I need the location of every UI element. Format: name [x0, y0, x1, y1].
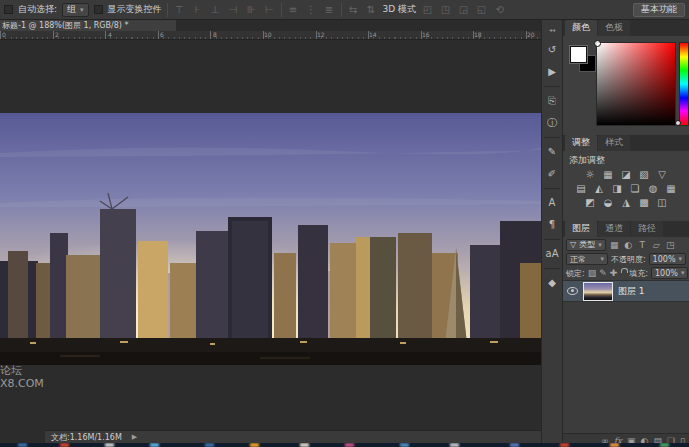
lock-image-pixels-icon[interactable]: ✎	[599, 268, 607, 278]
document-size-status: 文档:1.16M/1.16M	[51, 432, 122, 443]
color-balance-icon[interactable]: ◭	[592, 183, 606, 195]
foreground-color-swatch[interactable]	[570, 46, 587, 63]
invert-icon[interactable]: ◩	[583, 197, 597, 209]
paragraph-icon[interactable]: ¶	[544, 217, 560, 233]
document-image[interactable]	[0, 113, 541, 365]
distribute-vcenter-icon[interactable]: ⋮	[305, 4, 318, 15]
hue-slider-marker[interactable]	[675, 120, 681, 126]
adjustment-row: ☼ ▦ ◪ ▧ ▽	[569, 169, 683, 181]
3d-drag-icon[interactable]: ◲	[457, 4, 470, 15]
history-icon[interactable]: ↺	[544, 42, 560, 58]
clone-source-icon[interactable]: ⎘	[544, 93, 560, 109]
info-icon[interactable]: ⓘ	[544, 115, 560, 131]
layer-filter-dropdown[interactable]: ▽ 类型 ▾	[566, 239, 606, 251]
auto-select-checkbox[interactable]	[4, 5, 13, 14]
character-styles-icon[interactable]: aA	[544, 246, 560, 262]
3d-slide-icon[interactable]: ◱	[475, 4, 488, 15]
taskbar-icon	[660, 443, 669, 447]
gradient-map-icon[interactable]: ▩	[637, 197, 651, 209]
tool-presets-icon[interactable]: ✐	[544, 166, 560, 182]
curves-icon[interactable]: ◪	[619, 169, 633, 181]
workspace-button[interactable]: 基本功能	[633, 3, 685, 17]
auto-distribute-icon[interactable]: ⇅	[365, 4, 378, 15]
fill-value: 100%	[655, 269, 678, 278]
align-bottom-icon[interactable]: ⊥	[209, 4, 222, 15]
adjustment-row: ◩ ◒ ◮ ▩ ◫	[569, 197, 683, 209]
filter-shape-layers-icon[interactable]: ▱	[651, 240, 662, 250]
tab-layers[interactable]: 图层	[565, 221, 597, 237]
taskbar-icon	[300, 443, 309, 447]
align-top-icon[interactable]: ⊤	[173, 4, 186, 15]
channel-mixer-icon[interactable]: ◍	[646, 183, 660, 195]
actions-icon[interactable]: ▶	[544, 64, 560, 80]
layer-filter-row: ▽ 类型 ▾ ▦ ◐ T ▱ ◳	[563, 237, 689, 252]
filter-type-layers-icon[interactable]: T	[637, 240, 648, 250]
taskbar-icon	[345, 443, 354, 447]
align-left-icon[interactable]: ⊣	[227, 4, 240, 15]
3d-rotate-icon[interactable]: ◰	[421, 4, 434, 15]
layer-filter-value: 类型	[579, 239, 595, 250]
chevron-down-icon: ▾	[678, 255, 682, 263]
tab-swatches[interactable]: 色板	[598, 20, 630, 36]
horizontal-ruler[interactable]: 0 2 4 6 8 10 12 14 16 18 20	[0, 31, 541, 40]
exposure-icon[interactable]: ▧	[637, 169, 651, 181]
vibrance-icon[interactable]: ▽	[655, 169, 669, 181]
align-right-icon[interactable]: ⊢	[263, 4, 276, 15]
blend-mode-dropdown[interactable]: 正常 ▾	[566, 253, 608, 265]
color-picker-marker[interactable]	[594, 40, 601, 47]
filter-pixel-layers-icon[interactable]: ▦	[609, 240, 620, 250]
tab-adjustments[interactable]: 调整	[565, 135, 597, 151]
layer-visibility-eye-icon[interactable]	[567, 287, 578, 295]
fill-field[interactable]: 100% ▾	[651, 267, 688, 279]
3d-scale-icon[interactable]: ⟲	[493, 4, 506, 15]
saturation-brightness-picker[interactable]	[596, 42, 676, 126]
selective-color-icon[interactable]: ◫	[655, 197, 669, 209]
canvas-area[interactable]	[0, 40, 541, 430]
align-vcenter-icon[interactable]: ⊦	[191, 4, 204, 15]
tab-channels[interactable]: 通道	[598, 221, 630, 237]
black-white-icon[interactable]: ◨	[610, 183, 624, 195]
lock-label: 锁定:	[566, 268, 585, 279]
ruler-tick: 14	[369, 31, 377, 38]
collapse-dock-icon[interactable]: ◂◂	[549, 26, 555, 33]
status-options-arrow-icon[interactable]: ▶	[132, 433, 137, 441]
lock-row: 锁定: ▨ ✎ ✚ 填充: 100% ▾	[563, 266, 689, 280]
add-adjustment-heading: 添加调整	[569, 154, 683, 167]
layer-name: 图层 1	[618, 285, 645, 298]
layer-row-selected[interactable]: 图层 1	[563, 280, 689, 302]
hue-slider[interactable]	[679, 42, 689, 126]
3d-icon[interactable]: ◆	[544, 275, 560, 291]
layer-thumbnail[interactable]	[583, 282, 613, 301]
levels-icon[interactable]: ▦	[601, 169, 615, 181]
brightness-contrast-icon[interactable]: ☼	[583, 169, 597, 181]
chevron-down-icon: ▾	[598, 241, 602, 249]
filter-adjustment-layers-icon[interactable]: ◐	[623, 240, 634, 250]
align-hcenter-icon[interactable]: ⊪	[245, 4, 258, 15]
layer-list-empty-area[interactable]	[563, 302, 689, 433]
opacity-field[interactable]: 100% ▾	[649, 253, 686, 265]
auto-select-dropdown[interactable]: 组 ▾	[62, 3, 89, 17]
color-lookup-icon[interactable]: ▦	[664, 183, 678, 195]
photo-filter-icon[interactable]: ❏	[628, 183, 642, 195]
show-transform-checkbox[interactable]	[94, 5, 103, 14]
threshold-icon[interactable]: ◮	[619, 197, 633, 209]
auto-align-icon[interactable]: ⇆	[347, 4, 360, 15]
posterize-icon[interactable]: ◒	[601, 197, 615, 209]
taskbar-icon	[105, 443, 114, 447]
distribute-bottom-icon[interactable]: ≣	[323, 4, 336, 15]
opacity-label: 不透明度:	[611, 254, 646, 265]
brush-presets-icon[interactable]: ✎	[544, 144, 560, 160]
document-tab[interactable]: 标题-1 @ 188%(图层 1, RGB/8) *	[0, 20, 176, 31]
watermark-line1: 论坛	[0, 364, 44, 377]
taskbar-icon	[510, 443, 519, 447]
filter-smart-objects-icon[interactable]: ◳	[665, 240, 676, 250]
tab-paths[interactable]: 路径	[631, 221, 663, 237]
3d-roll-icon[interactable]: ◳	[439, 4, 452, 15]
lock-transparent-pixels-icon[interactable]: ▨	[588, 268, 597, 278]
character-icon[interactable]: A	[544, 195, 560, 211]
tab-styles[interactable]: 样式	[598, 135, 630, 151]
hue-saturation-icon[interactable]: ▤	[574, 183, 588, 195]
tab-color[interactable]: 颜色	[565, 20, 597, 36]
distribute-top-icon[interactable]: ≡	[287, 4, 300, 15]
lock-position-icon[interactable]: ✚	[610, 268, 618, 278]
